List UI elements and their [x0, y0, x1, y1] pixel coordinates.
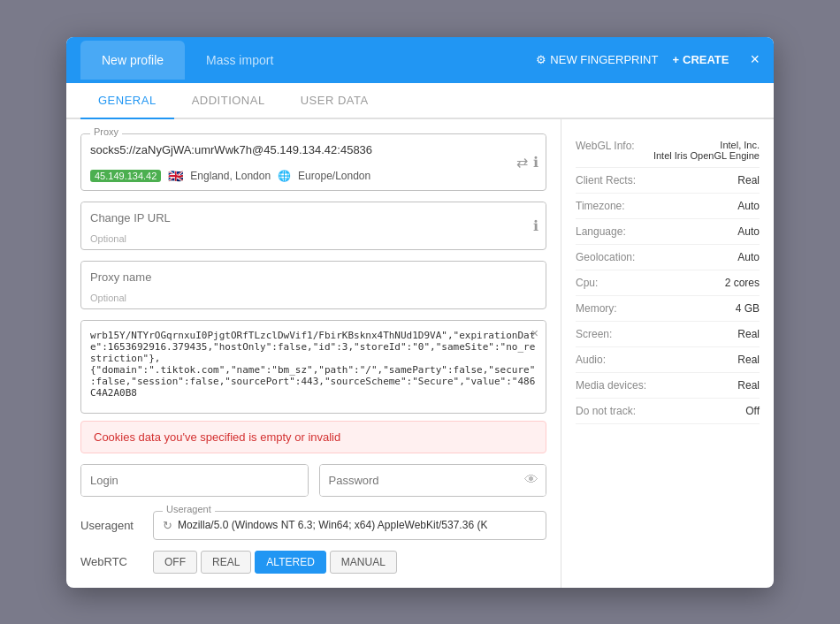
password-input[interactable] [320, 465, 546, 496]
useragent-label: Useragent [80, 519, 142, 532]
info-proxy-icon[interactable]: ℹ [533, 154, 538, 171]
proxy-name-optional: Optional [81, 293, 546, 308]
cpu-key: Cpu: [576, 277, 598, 289]
do-not-track-key: Do not track: [576, 405, 636, 417]
fingerprint-icon: ⚙ [536, 53, 546, 66]
proxy-timezone: Europe/London [298, 170, 370, 182]
modal-tabs: GENERAL ADDITIONAL USER DATA [66, 83, 774, 119]
proxy-check-badge: 45.149.134.42 [90, 170, 161, 182]
webrtc-manual-button[interactable]: MANUAL [330, 551, 397, 574]
memory-val: 4 GB [736, 302, 760, 315]
right-panel: WebGL Info: Intel, Inc.Intel Iris OpenGL… [561, 119, 774, 588]
language-key: Language: [576, 225, 626, 238]
webgl-key: WebGL Info: [576, 140, 635, 161]
create-button[interactable]: + CREATE [672, 53, 729, 66]
close-button[interactable]: × [750, 50, 760, 69]
proxy-input[interactable] [81, 134, 546, 165]
proxy-field-actions: ⇄ ℹ [516, 154, 538, 171]
modal: New profile Mass import ⚙ NEW FINGERPRIN… [66, 37, 774, 588]
media-devices-val: Real [737, 379, 760, 392]
media-devices-key: Media devices: [576, 379, 646, 392]
audio-key: Audio: [576, 354, 606, 366]
useragent-legend: Useragent [163, 504, 215, 514]
info-row-timezone: Timezone: Auto [576, 194, 760, 219]
webrtc-options: OFF REAL ALTERED MANUAL [153, 551, 397, 574]
proxy-location: England, London [190, 170, 271, 182]
cpu-val: 2 cores [725, 277, 760, 289]
client-rects-val: Real [737, 174, 760, 186]
proxy-name-field-group: Optional [80, 261, 546, 309]
useragent-value: Mozilla/5.0 (Windows NT 6.3; Win64; x64)… [178, 519, 487, 531]
proxy-label: Proxy [90, 126, 122, 137]
tab-additional[interactable]: ADDITIONAL [174, 83, 283, 119]
login-row: 👁 [80, 464, 546, 497]
useragent-field: Useragent ↻ Mozilla/5.0 (Windows NT 6.3;… [153, 511, 546, 540]
screen-key: Screen: [576, 328, 612, 340]
proxy-field-group: Proxy ⇄ ℹ 45.149.134.42 🇬🇧 England, Lond… [80, 133, 546, 191]
info-row-media-devices: Media devices: Real [576, 373, 760, 399]
useragent-inner: ↻ Mozilla/5.0 (Windows NT 6.3; Win64; x6… [154, 512, 546, 539]
screen-val: Real [737, 328, 760, 340]
proxy-info: 45.149.134.42 🇬🇧 England, London 🌐 Europ… [81, 165, 546, 190]
globe-icon: 🌐 [278, 170, 291, 182]
modal-body: Proxy ⇄ ℹ 45.149.134.42 🇬🇧 England, Lond… [66, 119, 774, 588]
refresh-useragent-icon[interactable]: ↻ [163, 519, 172, 532]
audio-val: Real [737, 354, 760, 366]
geolocation-val: Auto [737, 251, 760, 263]
geolocation-key: Geolocation: [576, 251, 635, 263]
login-field [80, 464, 309, 497]
memory-key: Memory: [576, 302, 617, 315]
info-row-do-not-track: Do not track: Off [576, 399, 760, 424]
tab-mass-import[interactable]: Mass import [185, 41, 294, 80]
password-field: 👁 [319, 464, 547, 497]
webrtc-altered-button[interactable]: ALTERED [255, 551, 325, 574]
webrtc-real-button[interactable]: REAL [201, 551, 251, 574]
tab-new-profile[interactable]: New profile [80, 41, 185, 80]
error-box: Cookies data you've specified is empty o… [80, 421, 546, 453]
cookies-clear-button[interactable]: × [531, 326, 538, 340]
timezone-key: Timezone: [576, 200, 625, 212]
new-fingerprint-button[interactable]: ⚙ NEW FINGERPRINT [536, 53, 658, 66]
change-ip-input[interactable] [81, 202, 546, 233]
login-input[interactable] [81, 465, 308, 496]
info-row-client-rects: Client Rects: Real [576, 168, 760, 194]
webrtc-row: WebRTC OFF REAL ALTERED MANUAL [80, 551, 546, 574]
info-list: WebGL Info: Intel, Inc.Intel Iris OpenGL… [576, 133, 760, 424]
change-ip-actions: ℹ [533, 217, 538, 234]
tab-general[interactable]: GENERAL [80, 83, 174, 119]
info-row-screen: Screen: Real [576, 322, 760, 347]
useragent-row: Useragent Useragent ↻ Mozilla/5.0 (Windo… [80, 511, 546, 540]
modal-header: New profile Mass import ⚙ NEW FINGERPRIN… [66, 37, 774, 83]
cookies-area: × wrb15Y/NTYrOGqrnxuI0PjgtORfTLzclDwVif1… [80, 320, 546, 414]
change-ip-field-group: ℹ Optional [80, 202, 546, 250]
proxy-name-input[interactable] [81, 262, 546, 293]
header-actions: ⚙ NEW FINGERPRINT + CREATE × [536, 50, 760, 69]
left-panel: Proxy ⇄ ℹ 45.149.134.42 🇬🇧 England, Lond… [66, 119, 561, 588]
webrtc-label: WebRTC [80, 555, 142, 568]
timezone-val: Auto [737, 200, 760, 212]
info-row-language: Language: Auto [576, 219, 760, 245]
info-row-webgl: WebGL Info: Intel, Inc.Intel Iris OpenGL… [576, 133, 760, 168]
info-row-geolocation: Geolocation: Auto [576, 245, 760, 270]
info-row-cpu: Cpu: 2 cores [576, 270, 760, 296]
tab-user-data[interactable]: USER DATA [283, 83, 386, 119]
do-not-track-val: Off [745, 405, 760, 417]
eye-icon[interactable]: 👁 [524, 472, 538, 488]
flag-icon: 🇬🇧 [168, 169, 183, 183]
refresh-proxy-icon[interactable]: ⇄ [516, 154, 528, 171]
client-rects-key: Client Rects: [576, 174, 636, 186]
webgl-val: Intel, Inc.Intel Iris OpenGL Engine [653, 140, 760, 161]
change-ip-optional: Optional [81, 233, 546, 249]
info-row-memory: Memory: 4 GB [576, 296, 760, 322]
language-val: Auto [737, 225, 760, 238]
plus-icon: + [672, 53, 679, 66]
info-ip-icon[interactable]: ℹ [533, 217, 538, 234]
info-row-audio: Audio: Real [576, 347, 760, 373]
cookies-textarea[interactable]: wrb15Y/NTYrOGqrnxuI0PjgtORfTLzclDwVif1/F… [81, 321, 546, 409]
webrtc-off-button[interactable]: OFF [153, 551, 197, 574]
